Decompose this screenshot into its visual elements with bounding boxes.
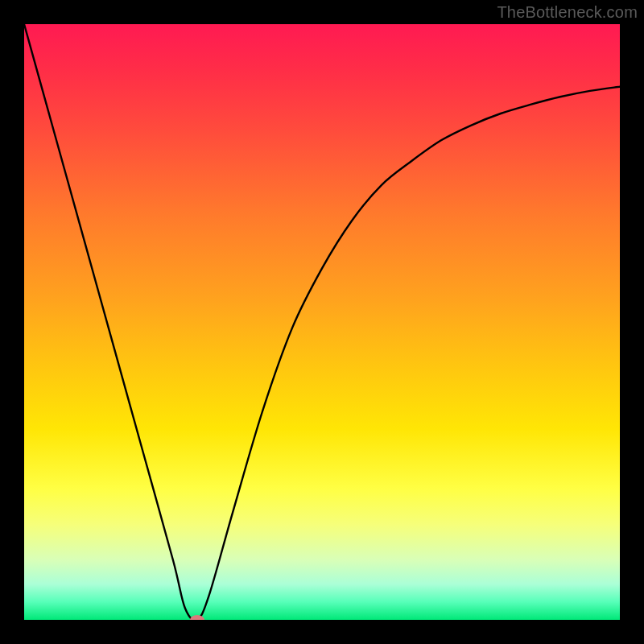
curve-path xyxy=(24,24,620,620)
bottleneck-curve xyxy=(24,24,620,620)
watermark-text: TheBottleneck.com xyxy=(497,3,638,22)
chart-frame: TheBottleneck.com xyxy=(0,0,644,644)
plot-area xyxy=(24,24,620,620)
trough-marker xyxy=(190,615,204,620)
